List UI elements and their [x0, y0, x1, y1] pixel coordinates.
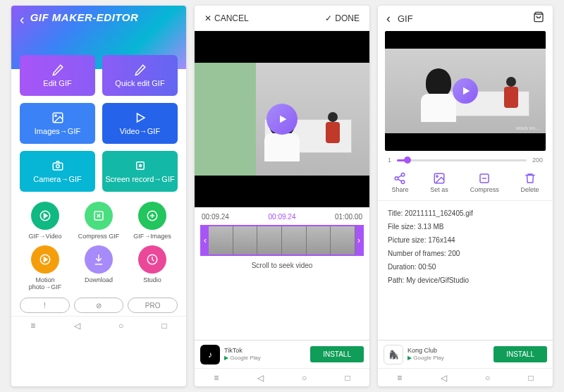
- studio-button[interactable]: [138, 245, 166, 274]
- cancel-button[interactable]: ✕CANCEL: [204, 13, 249, 23]
- compress-button[interactable]: Compress: [470, 172, 499, 193]
- circle-label: Compress GIF: [78, 233, 120, 240]
- trim-handle-left[interactable]: ‹: [202, 226, 209, 255]
- ad-app-icon: ♪: [200, 345, 220, 365]
- nav-back-icon[interactable]: ◁: [441, 373, 447, 383]
- cancel-label: CANCEL: [214, 13, 249, 23]
- slider-max: 200: [532, 157, 543, 164]
- time-current: 00:09.24: [269, 213, 296, 221]
- tile-label: Screen record→GIF: [105, 175, 174, 183]
- shop-icon[interactable]: [533, 11, 544, 25]
- gif-info: Title: 20211111_162405.gif File size: 3.…: [378, 201, 553, 340]
- time-row: 00:09.24 00:09.24 01:00.00: [195, 207, 369, 223]
- info-picsize: Picture size: 176x144: [388, 233, 543, 247]
- svg-point-21: [436, 176, 438, 177]
- ad-name: Kong Club: [407, 347, 489, 355]
- ad-banner[interactable]: ♪ TikTok▶ Google Play INSTALL: [195, 340, 369, 368]
- svg-marker-3: [137, 114, 145, 122]
- tile-label: Video→GIF: [120, 127, 160, 135]
- nav-menu-icon[interactable]: ≡: [30, 321, 35, 331]
- screen-home: ‹ GIF MAKER-EDITOR Edit GIF Quick edit G…: [11, 6, 186, 386]
- download-button[interactable]: [85, 245, 113, 274]
- action-label: Compress: [470, 186, 499, 193]
- nav-home-icon[interactable]: ○: [485, 373, 490, 383]
- svg-marker-13: [44, 257, 48, 262]
- pro-pill[interactable]: PRO: [128, 298, 178, 313]
- gif-video-button[interactable]: [31, 202, 59, 230]
- tile-label: Images→GIF: [35, 127, 80, 135]
- ad-banner[interactable]: 🦍 Kong Club▶ Google Play INSTALL: [378, 340, 553, 368]
- install-button[interactable]: INSTALL: [310, 346, 364, 362]
- tile-label: Camera→GIF: [33, 175, 81, 183]
- svg-marker-15: [280, 116, 286, 123]
- watermark: vous vo...: [516, 125, 540, 131]
- install-button[interactable]: INSTALL: [494, 346, 547, 362]
- back-icon[interactable]: ‹: [386, 11, 391, 26]
- nav-recent-icon[interactable]: □: [345, 373, 350, 383]
- info-filesize: File size: 3.13 MB: [388, 220, 543, 233]
- nav-recent-icon[interactable]: □: [529, 373, 534, 383]
- compress-button[interactable]: [85, 202, 113, 230]
- detail-header: ‹ GIF: [378, 6, 553, 31]
- svg-point-18: [396, 177, 399, 180]
- info-frames: Number of frames: 200: [388, 247, 543, 260]
- editor-header: ✕CANCEL ✓DONE: [195, 6, 369, 31]
- check-icon: ✓: [325, 13, 332, 23]
- info-path: Path: My device/GifStudio: [388, 274, 543, 287]
- screen-record-tile[interactable]: Screen record→GIF: [102, 151, 178, 192]
- nav-back-icon[interactable]: ◁: [74, 321, 80, 331]
- svg-point-2: [54, 115, 56, 116]
- circle-label: Download: [85, 276, 113, 283]
- nav-menu-icon[interactable]: ≡: [214, 373, 219, 383]
- svg-marker-9: [44, 214, 48, 218]
- images-gif-tile[interactable]: Images→GIF: [20, 103, 95, 144]
- edit-gif-tile[interactable]: Edit GIF: [20, 55, 95, 96]
- noads-pill[interactable]: ⊘: [74, 298, 124, 313]
- info-pill[interactable]: !: [20, 298, 70, 313]
- action-label: Set as: [430, 186, 448, 193]
- ad-source: Google Play: [230, 355, 261, 361]
- time-start: 00:09.24: [202, 213, 229, 221]
- quick-edit-tile[interactable]: Quick edit GIF: [102, 55, 178, 96]
- camera-gif-tile[interactable]: Camera→GIF: [20, 151, 95, 192]
- app-title: GIF MAKER-EDITOR: [30, 11, 178, 23]
- close-icon: ✕: [204, 13, 212, 23]
- gif-images-button[interactable]: [138, 202, 166, 230]
- screen-detail: ‹ GIF vous vo... 1 200 Share Set as Comp…: [378, 6, 553, 386]
- svg-rect-4: [53, 163, 63, 170]
- nav-recent-icon[interactable]: □: [162, 321, 167, 331]
- nav-home-icon[interactable]: ○: [118, 321, 123, 331]
- info-duration: Duration: 00:50: [388, 260, 543, 274]
- time-end: 01:00.00: [335, 213, 362, 221]
- svg-point-19: [402, 180, 405, 184]
- ad-name: TikTok: [224, 347, 306, 355]
- action-label: Share: [391, 186, 408, 193]
- nav-home-icon[interactable]: ○: [302, 373, 307, 383]
- android-nav: ≡ ◁ ○ □: [378, 368, 553, 386]
- video-gif-tile[interactable]: Video→GIF: [102, 103, 178, 144]
- action-label: Delete: [521, 186, 539, 193]
- circle-label: Studio: [143, 276, 161, 283]
- ad-source: Google Play: [413, 355, 444, 361]
- gif-preview[interactable]: vous vo...: [385, 31, 546, 151]
- video-preview[interactable]: [195, 31, 369, 207]
- nav-menu-icon[interactable]: ≡: [397, 373, 402, 383]
- android-nav: ≡ ◁ ○ □: [11, 316, 186, 334]
- nav-back-icon[interactable]: ◁: [257, 373, 264, 383]
- done-label: DONE: [335, 13, 360, 23]
- back-icon[interactable]: ‹: [20, 11, 25, 27]
- share-button[interactable]: Share: [391, 172, 408, 193]
- page-title: GIF: [398, 13, 526, 24]
- delete-button[interactable]: Delete: [521, 172, 539, 193]
- play-button[interactable]: [266, 104, 298, 135]
- motion-photo-button[interactable]: [31, 245, 59, 274]
- trim-handle-right[interactable]: ›: [355, 226, 362, 255]
- frame-slider[interactable]: [397, 159, 527, 161]
- tile-label: Quick edit GIF: [115, 79, 164, 87]
- play-button[interactable]: [453, 78, 478, 104]
- trim-timeline[interactable]: ‹ ›: [200, 225, 364, 256]
- info-title: Title: 20211111_162405.gif: [388, 207, 543, 220]
- setas-button[interactable]: Set as: [430, 172, 448, 193]
- done-button[interactable]: ✓DONE: [325, 13, 360, 23]
- svg-marker-16: [463, 87, 470, 95]
